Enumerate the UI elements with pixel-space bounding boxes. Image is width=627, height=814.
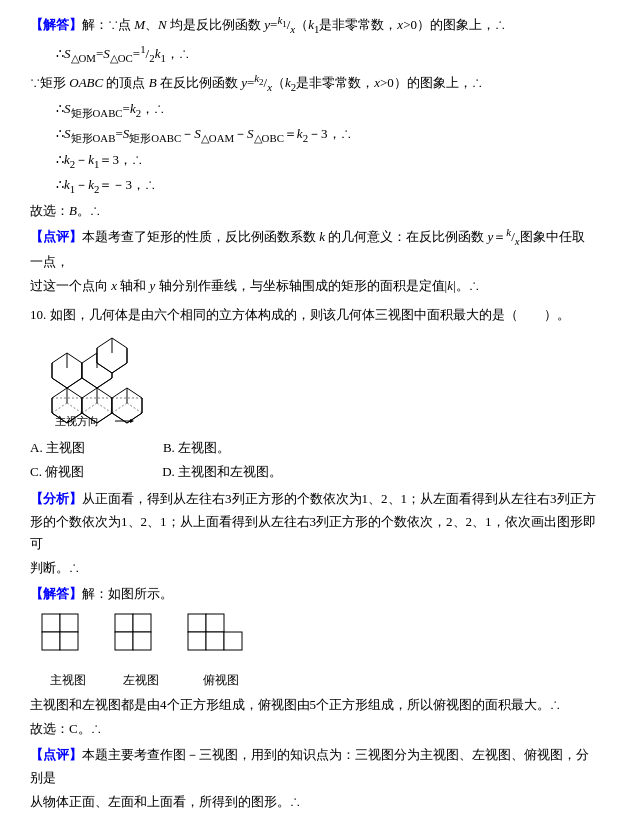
svg-rect-52 <box>115 614 133 632</box>
option-cd: C. 俯视图 D. 主视图和左视图。 <box>30 461 302 483</box>
q10-title: 10. 如图，几何体是由六个相同的立方体构成的，则该几何体三视图中面积最大的是（… <box>30 304 597 327</box>
svg-rect-50 <box>42 632 60 650</box>
dianping-10-label: 【点评】 <box>30 747 82 762</box>
answer-b: 故选：B。∴ <box>30 200 597 223</box>
cube-3d-svg: 主视方向 <box>50 333 180 428</box>
dianping-top: 【点评】本题考查了矩形的性质，反比例函数系数 k 的几何意义：在反比例函数 y＝… <box>30 223 597 274</box>
dianping-10: 【点评】本题主要考查作图－三视图，用到的知识点为：三视图分为主视图、左视图、俯视… <box>30 744 597 813</box>
s-shaded-formula: ∴S矩形OAB=S矩形OABC－S△OAM－S△OBC＝k2－3，∴ <box>56 123 597 148</box>
conclusion-text: 主视图和左视图都是由4个正方形组成，俯视图由5个正方形组成，所以俯视图的面积最大… <box>30 694 597 717</box>
dianping-10-text2: 从物体正面、左面和上面看，所得到的图形。∴ <box>30 791 597 814</box>
s-rect-condition: ∵矩形 OABC 的顶点 B 在反比例函数 y=k2/x（k2是非零常数，x>0… <box>30 69 597 97</box>
svg-rect-53 <box>133 614 151 632</box>
solution-text: 【解答】解：如图所示。 <box>30 583 597 606</box>
front-view-label: 主视图 <box>50 670 86 690</box>
dianping-label-top: 【点评】 <box>30 230 82 245</box>
dianping-top-line2: 过这一个点向 x 轴和 y 轴分别作垂线，与坐标轴围成的矩形的面积是定值|k|。… <box>30 275 597 298</box>
top-view-label: 俯视图 <box>203 670 239 690</box>
question-10: 10. 如图，几何体是由六个相同的立方体构成的，则该几何体三视图中面积最大的是（… <box>30 304 597 483</box>
svg-rect-55 <box>133 632 151 650</box>
dianping-10-text: 【点评】本题主要考查作图－三视图，用到的知识点为：三视图分为主视图、左视图、俯视… <box>30 744 597 790</box>
left-view-label: 左视图 <box>123 670 159 690</box>
svg-rect-51 <box>60 632 78 650</box>
jieda-line1: 【解答】解：∵点 M、N 均是反比例函数 y=k1/x（k1是非零常数，x>0）… <box>30 11 597 39</box>
svg-text:主视方向: 主视方向 <box>55 415 99 427</box>
svg-rect-49 <box>60 614 78 632</box>
solution-label: 【解答】 <box>30 586 82 601</box>
q10-number: 10. <box>30 307 46 322</box>
option-a: A. 主视图 B. 左视图。 <box>30 437 302 459</box>
page-content: 【解答】解：∵点 M、N 均是反比例函数 y=k1/x（k1是非零常数，x>0）… <box>30 11 597 814</box>
top-view-svg <box>186 612 256 667</box>
k1-minus-k2: ∴k1－k2＝－3，∴ <box>56 174 597 199</box>
svg-rect-60 <box>224 632 242 650</box>
svg-rect-48 <box>42 614 60 632</box>
s-rect-oabc: ∴S矩形OABC=k2，∴ <box>56 98 597 123</box>
q10-options: A. 主视图 B. 左视图。 <box>30 437 597 459</box>
analysis-text2: 判断。∴ <box>30 557 597 580</box>
svg-rect-54 <box>115 632 133 650</box>
three-views: 主视图 左视图 <box>40 612 597 690</box>
svg-rect-59 <box>206 632 224 650</box>
left-view: 左视图 <box>113 612 168 690</box>
q10-options-cd: C. 俯视图 D. 主视图和左视图。 <box>30 461 597 483</box>
s-delta-om: ∴S△OM=S△OC=1/2k1，∴ <box>56 40 597 68</box>
jieda-label: 【解答】 <box>30 17 82 32</box>
analysis-text: 【分析】从正面看，得到从左往右3列正方形的个数依次为1、2、1；从左面看得到从左… <box>30 488 597 556</box>
top-view: 俯视图 <box>186 612 256 690</box>
svg-rect-58 <box>188 632 206 650</box>
analysis-10: 【分析】从正面看，得到从左往右3列正方形的个数依次为1、2、1；从左面看得到从左… <box>30 488 597 580</box>
q10-figure-area: 主视方向 <box>50 333 597 435</box>
solution-10: 【解答】解：如图所示。 主视图 <box>30 583 597 741</box>
analysis-label: 【分析】 <box>30 491 82 506</box>
k2-minus-k1: ∴k2－k1＝3，∴ <box>56 149 597 174</box>
selected-c: 故选：C。∴ <box>30 718 597 741</box>
left-view-svg <box>113 612 168 667</box>
svg-rect-56 <box>188 614 206 632</box>
top-solution-block: 【解答】解：∵点 M、N 均是反比例函数 y=k1/x（k1是非零常数，x>0）… <box>30 11 597 298</box>
front-view: 主视图 <box>40 612 95 690</box>
front-view-svg <box>40 612 95 667</box>
svg-rect-57 <box>206 614 224 632</box>
